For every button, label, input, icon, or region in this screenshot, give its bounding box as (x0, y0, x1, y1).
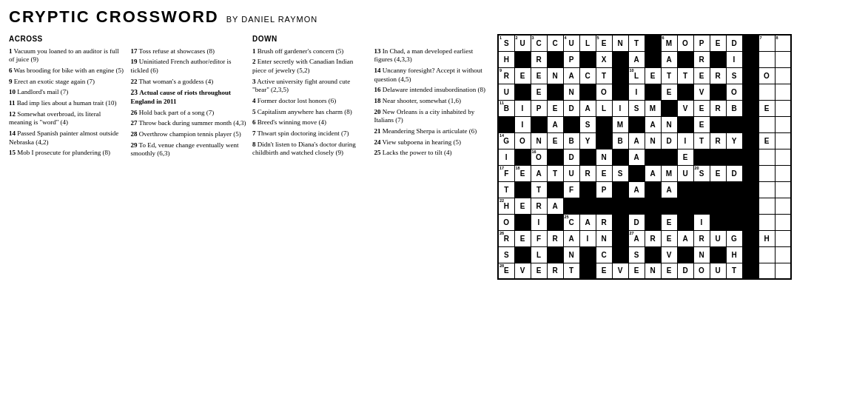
grid-cell (726, 198, 742, 214)
grid-cell (612, 214, 628, 230)
down-header: DOWN (252, 34, 369, 44)
grid-cell: E (758, 132, 775, 149)
grid-cell: 26R (498, 230, 514, 246)
grid-cell: 27A (628, 230, 645, 246)
grid-cell: E (693, 116, 710, 132)
grid-cell: N (563, 84, 579, 100)
grid-cell: R (531, 198, 547, 214)
grid-cell: N (596, 149, 612, 165)
grid-cell: D (726, 35, 742, 51)
across-column-2: 17 Toss refuse at showcases (8) 19 Unini… (131, 34, 247, 280)
clue-down-2: 2 Enter secretly with Canadian Indian pi… (252, 58, 369, 75)
grid-cell: I (514, 116, 531, 132)
grid-cell (514, 149, 531, 165)
grid-cell (612, 181, 628, 198)
clue-down-1: 1 Brush off gardener's concern (5) (252, 47, 369, 56)
grid-cell: 22H (498, 198, 514, 214)
grid-cell: E (661, 263, 677, 279)
grid-cell: 16O (531, 149, 547, 165)
grid-cell (758, 149, 775, 165)
clue-across-10: 10 Landlord's mail (7) (9, 88, 125, 97)
grid-cell: T (498, 181, 514, 198)
clue-across-29: 29 To Ed, venue change eventually went s… (131, 141, 247, 158)
grid-cell: 17F (498, 165, 514, 181)
subtitle: BY DANIEL RAYMON (226, 15, 317, 24)
grid-cell: Y (726, 132, 742, 149)
grid-cell: S (579, 116, 596, 132)
grid-cell: N (596, 230, 612, 246)
grid-cell (612, 230, 628, 246)
grid-cell (514, 51, 531, 67)
grid-cell (742, 149, 758, 165)
grid-cell: E (531, 84, 547, 100)
grid-cell (645, 214, 661, 230)
main-content: ACROSS 1 Vacuum you loaned to an auditor… (9, 34, 859, 280)
clue-across-19: 19 Uninitiated French author/editor is t… (131, 58, 247, 75)
clue-across-9: 9 Erect an exotic stage again (7) (9, 78, 125, 87)
grid-cell (742, 181, 758, 198)
grid-cell: G (726, 230, 742, 246)
grid-cell: B (726, 100, 742, 116)
grid-cell (742, 100, 758, 116)
grid-cell: T (628, 35, 645, 51)
grid-cell: D (563, 149, 579, 165)
grid-cell (758, 84, 775, 100)
grid-cell: E (758, 100, 775, 116)
grid-cell: N (693, 246, 710, 263)
grid-cell (742, 214, 758, 230)
grid-cell (742, 67, 758, 84)
grid-cell: I (628, 84, 645, 100)
grid-cell: R (710, 132, 726, 149)
grid-cell (775, 246, 791, 263)
grid-cell (775, 67, 791, 84)
grid-cell: D (661, 132, 677, 149)
grid-cell: T (596, 67, 612, 84)
grid-cell (710, 51, 726, 67)
grid-cell (547, 149, 563, 165)
grid-cell (758, 246, 775, 263)
grid-cell (677, 116, 693, 132)
grid-cell: S (726, 67, 742, 84)
grid-cell (677, 84, 693, 100)
crossword-grid: 1S2U3CC4UL5ENT6MOPED78HRPXAARI9REENACT10… (497, 34, 792, 280)
grid-cell: T (693, 132, 710, 149)
clue-down-6: 6 Breed's winning move (4) (252, 118, 369, 127)
grid-cell (612, 198, 628, 214)
grid-cell: 4U (563, 35, 579, 51)
grid-cell: F (563, 181, 579, 198)
grid-cell (645, 246, 661, 263)
grid-cell: R (596, 214, 612, 230)
grid-cell: S (498, 246, 514, 263)
grid-cell: N (645, 132, 661, 149)
grid-cell: A (563, 67, 579, 84)
grid-cell (514, 214, 531, 230)
grid-cell (596, 132, 612, 149)
grid-cell: 6M (661, 35, 677, 51)
grid-cell: E (596, 165, 612, 181)
grid-cell: A (628, 51, 645, 67)
grid-cell (514, 181, 531, 198)
grid-cell: S (612, 165, 628, 181)
grid-cell: H (726, 246, 742, 263)
clue-down-5: 5 Capitalism anywhere has charm (8) (252, 108, 369, 117)
clue-across-27: 27 Throw back during summer month (4,3) (131, 119, 247, 128)
grid-cell: A (628, 132, 645, 149)
grid-cell: E (677, 149, 693, 165)
grid-cell (775, 181, 791, 198)
grid-cell: 11B (498, 100, 514, 116)
grid-cell: S (628, 100, 645, 116)
grid-cell: R (693, 51, 710, 67)
grid-cell (742, 116, 758, 132)
grid-cell (547, 51, 563, 67)
grid-cell: D (726, 165, 742, 181)
clue-across-23: 23 Actual cause of riots throughout Engl… (131, 88, 247, 106)
grid-cell: N (547, 67, 563, 84)
clue-down-14: 14 Uncanny foresight? Accept it without … (374, 67, 491, 84)
grid-cell: F (531, 230, 547, 246)
clue-down-21: 21 Meandering Sherpa is articulate (6) (374, 127, 491, 136)
grid-cell: T (547, 165, 563, 181)
grid-cell (742, 263, 758, 279)
grid-cell (742, 246, 758, 263)
grid-cell: E (693, 67, 710, 84)
grid-cell (758, 198, 775, 214)
